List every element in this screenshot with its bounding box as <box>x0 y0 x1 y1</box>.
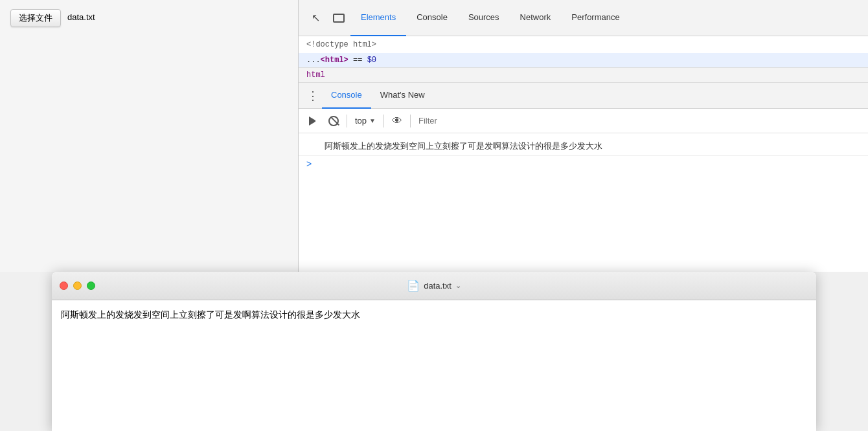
tab-elements[interactable]: Elements <box>350 0 406 36</box>
mac-window: 📄 data.txt ⌄ 阿斯顿发上的发烧发到空间上立刻擦了可是发啊算法设计的很… <box>52 272 816 431</box>
eye-icon: 👁 <box>392 115 402 127</box>
file-name-label: data.txt <box>67 9 95 26</box>
eye-icon-button[interactable]: 👁 <box>388 112 406 130</box>
tab-performance[interactable]: Performance <box>561 0 630 36</box>
device-icon <box>333 14 345 23</box>
cursor-icon: ↖ <box>312 12 320 24</box>
clear-console-button[interactable] <box>304 112 322 130</box>
file-chooser-area: 选择文件 data.txt <box>0 0 298 272</box>
prompt-arrow-icon: > <box>306 159 312 169</box>
traffic-light-red[interactable] <box>60 282 68 290</box>
mac-window-content: 阿斯顿发上的发烧发到空间上立刻擦了可是发啊算法设计的很是多少发大水 <box>52 300 816 431</box>
file-chooser-button[interactable]: 选择文件 <box>10 9 61 27</box>
mac-title-dropdown-icon[interactable]: ⌄ <box>455 282 461 290</box>
doctype-line: <!doctype html> <box>299 36 868 53</box>
console-toolbar: top ▼ 👁 <box>299 109 868 133</box>
toolbar-divider-3 <box>410 115 411 127</box>
console-log-line: 阿斯顿发上的发烧发到空间上立刻擦了可是发啊算法设计的很是多少发大水 <box>299 137 868 156</box>
device-icon-btn[interactable] <box>327 6 350 30</box>
devtools-panel: ↖ Elements Console Sources Network Perfo… <box>298 0 868 272</box>
play-icon <box>309 116 318 126</box>
html-tag-row[interactable]: ...<html> == $0 <box>299 53 868 67</box>
toolbar-divider <box>347 115 347 127</box>
mac-window-title: data.txt <box>424 281 451 291</box>
cursor-icon-btn[interactable]: ↖ <box>304 6 327 30</box>
file-content-text: 阿斯顿发上的发烧发到空间上立刻擦了可是发啊算法设计的很是多少发大水 <box>61 308 807 322</box>
mac-titlebar: 📄 data.txt ⌄ <box>52 272 816 300</box>
traffic-lights <box>60 282 95 290</box>
tab-network[interactable]: Network <box>510 0 562 36</box>
html-prefix: ... <box>306 56 321 65</box>
filter-input[interactable] <box>415 115 863 127</box>
console-output: 阿斯顿发上的发烧发到空间上立刻擦了可是发啊算法设计的很是多少发大水 > <box>299 133 868 272</box>
traffic-light-green[interactable] <box>87 282 95 290</box>
console-prompt-line[interactable]: > <box>299 156 868 171</box>
tab-whatsnew[interactable]: What's New <box>371 83 434 109</box>
block-icon <box>328 116 339 126</box>
tab-console-subtab[interactable]: Console <box>322 83 371 109</box>
context-label: top <box>355 116 367 126</box>
dots-icon: ⋮ <box>307 89 319 103</box>
dollar-sign: $0 <box>367 56 376 65</box>
breadcrumb: html <box>299 67 868 83</box>
console-menu-icon[interactable]: ⋮ <box>304 87 322 105</box>
toolbar-divider-2 <box>383 115 384 127</box>
file-document-icon: 📄 <box>407 280 420 292</box>
tab-console[interactable]: Console <box>406 0 458 36</box>
context-selector[interactable]: top ▼ <box>351 115 380 127</box>
dropdown-arrow-icon: ▼ <box>369 117 376 124</box>
block-icon-button[interactable] <box>325 112 343 130</box>
devtools-tab-bar: ↖ Elements Console Sources Network Perfo… <box>299 0 868 36</box>
console-tab-bar: ⋮ Console What's New <box>299 83 868 109</box>
elements-panel-content: <!doctype html> ...<html> == $0 html ⋮ C… <box>299 36 868 272</box>
equals-sign: == <box>348 56 367 65</box>
mac-title-area: 📄 data.txt ⌄ <box>407 280 461 292</box>
tab-sources[interactable]: Sources <box>458 0 510 36</box>
html-tag: <html> <box>321 56 348 65</box>
traffic-light-yellow[interactable] <box>73 282 82 290</box>
